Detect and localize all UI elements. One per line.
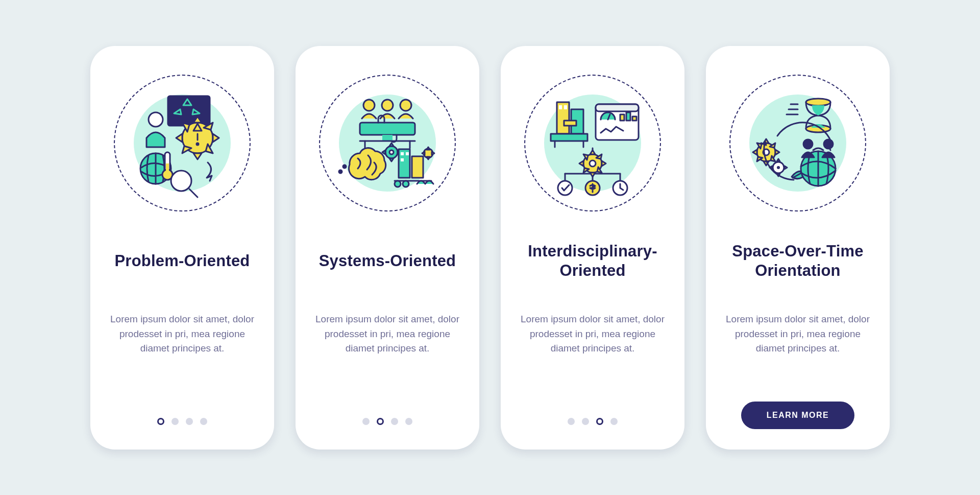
svg-rect-26 [406, 152, 409, 155]
pagination-dots [568, 418, 618, 429]
svg-rect-44 [626, 112, 630, 121]
svg-point-9 [171, 171, 191, 191]
svg-point-64 [803, 139, 813, 149]
card-title: Problem-Oriented [114, 241, 250, 281]
interdisciplinary-oriented-icon [524, 75, 661, 211]
svg-point-53 [558, 181, 572, 195]
card-title: Systems-Oriented [319, 241, 456, 281]
pagination-dots [157, 418, 207, 429]
onboarding-carousel: Problem-Oriented Lorem ipsum dolor sit a… [90, 46, 890, 450]
dot-2[interactable] [172, 418, 179, 425]
space-over-time-icon [729, 75, 866, 211]
dot-1[interactable] [362, 418, 370, 425]
dot-3[interactable] [596, 418, 603, 425]
card-title: Interdisciplinary-Oriented [519, 241, 666, 281]
dot-2[interactable] [582, 418, 589, 425]
svg-point-19 [343, 165, 346, 168]
svg-point-56 [806, 99, 830, 106]
onboarding-card-1: Problem-Oriented Lorem ipsum dolor sit a… [90, 46, 274, 450]
svg-rect-43 [620, 114, 624, 121]
learn-more-button[interactable]: LEARN MORE [741, 402, 855, 429]
svg-rect-27 [401, 158, 404, 161]
svg-rect-25 [401, 152, 404, 155]
svg-point-52 [590, 160, 596, 167]
svg-point-12 [382, 100, 393, 111]
dot-4[interactable] [610, 418, 618, 425]
systems-oriented-icon [319, 75, 456, 211]
card-description: Lorem ipsum dolor sit amet, dolor prodes… [724, 312, 871, 356]
onboarding-card-4: Space-Over-Time Orientation Lorem ipsum … [706, 46, 890, 450]
pagination-dots [362, 418, 412, 429]
onboarding-card-2: Systems-Oriented Lorem ipsum dolor sit a… [296, 46, 479, 450]
dot-3[interactable] [186, 418, 193, 425]
dot-1[interactable] [568, 418, 575, 425]
svg-point-65 [824, 139, 833, 149]
svg-rect-33 [551, 134, 587, 141]
card-title: Space-Over-Time Orientation [724, 241, 871, 281]
svg-rect-45 [632, 116, 636, 121]
svg-point-13 [400, 100, 411, 111]
svg-point-20 [339, 170, 342, 173]
svg-rect-14 [360, 123, 415, 135]
svg-point-11 [363, 100, 375, 111]
dot-2[interactable] [377, 418, 384, 425]
svg-point-22 [389, 150, 394, 154]
svg-point-61 [777, 166, 780, 169]
dot-4[interactable] [405, 418, 412, 425]
svg-point-1 [149, 112, 163, 127]
onboarding-card-3: Interdisciplinary-Oriented Lorem ipsum d… [501, 46, 684, 450]
card-description: Lorem ipsum dolor sit amet, dolor prodes… [314, 312, 461, 356]
svg-rect-31 [557, 102, 569, 134]
svg-rect-24 [412, 156, 423, 178]
problem-oriented-icon [114, 75, 251, 211]
svg-point-30 [403, 181, 409, 187]
svg-rect-8 [166, 163, 169, 175]
svg-rect-38 [564, 121, 576, 126]
card-description: Lorem ipsum dolor sit amet, dolor prodes… [519, 312, 666, 356]
svg-rect-37 [564, 105, 567, 109]
svg-point-4 [197, 143, 199, 145]
dot-1[interactable] [157, 418, 164, 425]
svg-rect-40 [596, 104, 639, 111]
dot-4[interactable] [200, 418, 207, 425]
card-description: Lorem ipsum dolor sit amet, dolor prodes… [109, 312, 256, 356]
dot-3[interactable] [391, 418, 398, 425]
svg-point-29 [395, 181, 401, 187]
svg-rect-36 [559, 105, 562, 109]
svg-line-10 [189, 189, 198, 197]
svg-rect-15 [382, 135, 393, 141]
